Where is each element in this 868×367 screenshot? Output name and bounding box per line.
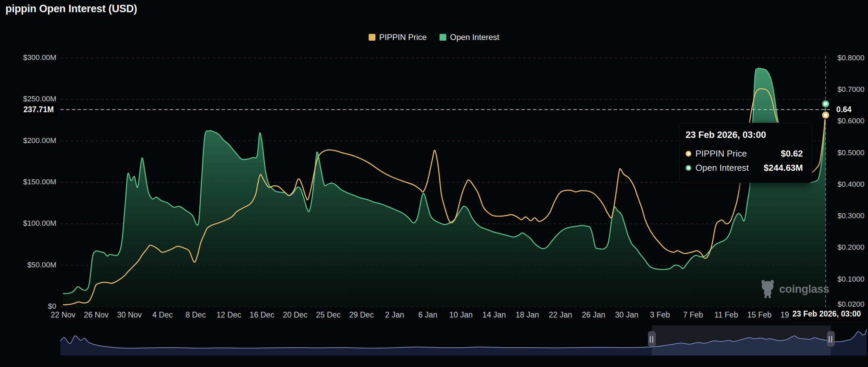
watermark: coinglass	[759, 279, 829, 299]
pippin-price-dot-icon	[686, 151, 691, 157]
tooltip-row-value: $0.62	[781, 148, 803, 159]
tooltip-row-label: Open Interest	[695, 163, 749, 173]
tooltip-row: Open Interest $244.63M	[686, 163, 803, 173]
tooltip-title: 23 Feb 2026, 03:00	[686, 130, 803, 140]
crosshair-date-label: 23 Feb 2026, 03:00	[789, 307, 865, 321]
crosshair-right-value: 0.64	[831, 103, 856, 116]
main-chart[interactable]	[0, 0, 868, 367]
coinglass-bear-icon	[759, 279, 776, 299]
watermark-text: coinglass	[779, 283, 829, 295]
tooltip-row-label: PIPPIN Price	[695, 148, 747, 159]
crosshair-left-value: 237.71M	[20, 103, 58, 116]
navigator-left-handle[interactable]: ||	[648, 331, 656, 347]
chart-page: pippin Open Interest (USD) PIPPIN Price …	[0, 0, 868, 367]
tooltip: 23 Feb 2026, 03:00 PIPPIN Price $0.62 Op…	[679, 123, 812, 183]
open-interest-dot-icon	[686, 165, 691, 171]
tooltip-row: PIPPIN Price $0.62	[686, 148, 803, 159]
tooltip-row-value: $244.63M	[764, 163, 803, 173]
navigator-right-handle[interactable]: ||	[827, 331, 835, 347]
